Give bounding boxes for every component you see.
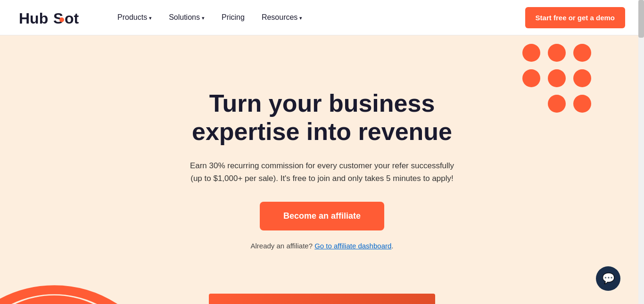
nav-products[interactable]: Products ▾	[111, 9, 158, 25]
chat-bubble-button[interactable]: 💬	[596, 266, 620, 291]
affiliate-dashboard-link[interactable]: Go to affiliate dashboard	[314, 242, 391, 250]
hero-section: Turn your business expertise into revenu…	[0, 35, 644, 304]
scrollbar-thumb[interactable]	[638, 0, 644, 38]
dot-3	[573, 44, 591, 62]
dot-1	[522, 44, 540, 62]
nav-resources[interactable]: Resources ▾	[255, 9, 309, 25]
dot-4	[522, 69, 540, 87]
logo[interactable]: Hub S ot	[19, 8, 92, 27]
dot-8	[548, 95, 566, 113]
navbar: Hub S ot Products ▾ Solutions ▾ Pricing …	[0, 0, 644, 35]
hero-title-line1: Turn your business	[209, 90, 435, 117]
nav-solutions-label: Solutions	[169, 13, 200, 22]
dot-2	[548, 44, 566, 62]
dot-9	[573, 95, 591, 113]
nav-solutions[interactable]: Solutions ▾	[162, 9, 211, 25]
scrollbar[interactable]	[638, 0, 644, 304]
hero-cta-wrapper: Become an affiliate	[185, 202, 459, 242]
hero-subtitle: Earn 30% recurring commission for every …	[185, 159, 459, 185]
dot-6	[573, 69, 591, 87]
chevron-down-icon: ▾	[202, 15, 205, 21]
svg-text:ot: ot	[65, 10, 79, 27]
already-affiliate-text: Already an affiliate? Go to affiliate da…	[185, 242, 459, 250]
navbar-cta-wrapper: Start free or get a demo	[525, 7, 625, 28]
svg-point-2	[59, 17, 64, 22]
chat-icon: 💬	[602, 272, 615, 285]
nav-resources-label: Resources	[262, 13, 297, 22]
svg-text:Hub: Hub	[19, 10, 48, 27]
start-free-button[interactable]: Start free or get a demo	[525, 7, 625, 28]
chevron-down-icon: ▾	[299, 15, 302, 21]
bottom-orange-bar	[209, 294, 435, 304]
rainbow-decoration	[0, 181, 123, 304]
nav-pricing-label: Pricing	[222, 13, 245, 22]
dots-decoration	[522, 44, 592, 114]
hero-title-line2: expertise into revenue	[192, 118, 452, 145]
chevron-down-icon: ▾	[149, 15, 152, 21]
dot-5	[548, 69, 566, 87]
become-affiliate-button[interactable]: Become an affiliate	[260, 202, 384, 230]
hero-content: Turn your business expertise into revenu…	[176, 80, 468, 259]
already-affiliate-label: Already an affiliate?	[251, 242, 313, 250]
nav-pricing[interactable]: Pricing	[215, 9, 251, 25]
nav-products-label: Products	[117, 13, 147, 22]
nav-links: Products ▾ Solutions ▾ Pricing Resources…	[111, 9, 525, 25]
hero-title: Turn your business expertise into revenu…	[185, 90, 459, 146]
